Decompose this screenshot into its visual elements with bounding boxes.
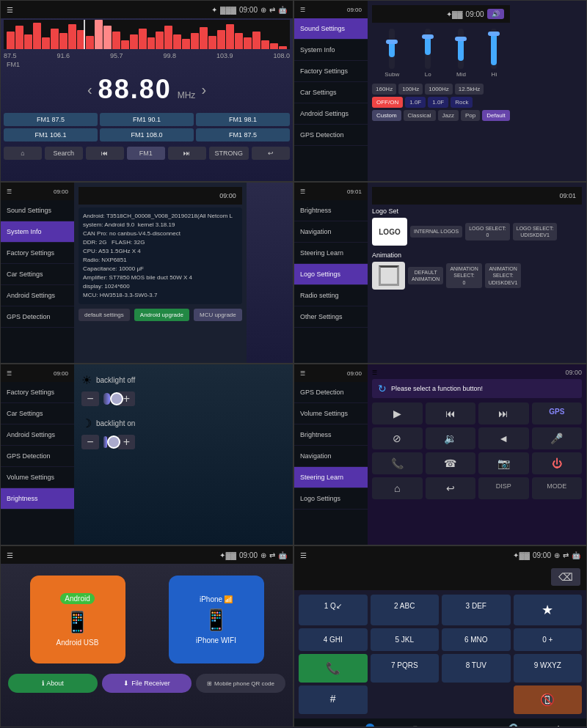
backlight-off-track[interactable]: [103, 393, 113, 405]
default-animation-btn[interactable]: DEFAULTANIMATION: [408, 267, 443, 284]
bright-sb-gps[interactable]: GPS Detection: [1, 446, 74, 467]
search-button[interactable]: Search: [45, 147, 83, 160]
sysinfo-sb-car[interactable]: Car Settings: [1, 264, 74, 285]
disp-btn[interactable]: DISP: [478, 477, 529, 499]
sidebar-factory-settings[interactable]: Factory Settings: [294, 61, 368, 82]
back-button[interactable]: ↩: [252, 147, 290, 160]
vol-down-btn[interactable]: 🔉: [426, 427, 476, 449]
vol-up-btn[interactable]: ◄: [478, 427, 529, 449]
music-icon[interactable]: ♫: [458, 723, 468, 727]
key-7[interactable]: 7 PQRS: [371, 654, 440, 683]
steer-sb-gps[interactable]: GPS Detection: [294, 382, 368, 403]
menu-icon-8[interactable]: ☰: [300, 551, 307, 559]
internal-logos-btn[interactable]: INTERNAL LOGOS: [410, 226, 462, 237]
fm1-button[interactable]: FM1: [127, 147, 165, 160]
preset-6[interactable]: FM1 87.5: [196, 128, 290, 141]
camera-btn[interactable]: 📷: [478, 452, 529, 474]
sidebar-android-settings[interactable]: Android Settings: [294, 103, 368, 125]
next-track-btn[interactable]: ⏭: [478, 402, 529, 424]
logo-select-0[interactable]: LOGO SELECT:0: [465, 223, 510, 240]
backlight-on-thumb[interactable]: [107, 435, 120, 449]
preset-default[interactable]: Default: [482, 110, 509, 121]
preset-5[interactable]: FM1 108.0: [100, 128, 194, 141]
file-receiver-btn[interactable]: ⬇ File Receiver: [102, 674, 192, 693]
prev-track-btn[interactable]: ⏮: [426, 402, 476, 424]
key-5[interactable]: 5 JKL: [371, 628, 440, 651]
sidebar-car-settings[interactable]: Car Settings: [294, 82, 368, 103]
logo-sb-logo[interactable]: Logo Settings: [294, 264, 368, 285]
logo-sb-steering[interactable]: Steering Learn: [294, 243, 368, 264]
sysinfo-sb-gps[interactable]: GPS Detection: [1, 306, 74, 328]
preset-jazz[interactable]: Jazz: [438, 110, 459, 121]
preset-custom[interactable]: Custom: [372, 110, 401, 121]
key-4[interactable]: 4 GHI: [299, 628, 368, 651]
sidebar-sound-settings[interactable]: Sound Settings: [294, 18, 368, 40]
up-icon[interactable]: ⊕: [260, 6, 266, 14]
key-6[interactable]: 6 MNO: [442, 628, 511, 651]
strong-button[interactable]: STRONG: [209, 147, 249, 160]
freq-btn-125k[interactable]: 12.5kHz: [455, 84, 484, 95]
iphone-wifi-box[interactable]: iPhone 📶 📱 iPhone WIFI: [169, 576, 264, 663]
steer-sb-brightness[interactable]: Brightness: [294, 424, 368, 446]
bright-sb-volume[interactable]: Volume Settings: [1, 467, 74, 488]
steer-sb-navigation[interactable]: Navigation: [294, 446, 368, 467]
prev-freq-button[interactable]: ‹: [87, 81, 92, 98]
mic-btn[interactable]: 🎤: [532, 427, 583, 449]
bright-sb-car[interactable]: Car Settings: [1, 403, 74, 424]
gps-btn[interactable]: GPS: [532, 402, 583, 424]
steer-sb-logo[interactable]: Logo Settings: [294, 488, 368, 510]
key-3[interactable]: 3 DEF: [442, 595, 511, 625]
freq-btn-100[interactable]: 100Hz: [398, 84, 423, 95]
settings-icon[interactable]: ⚙: [553, 723, 564, 727]
android-upgrade-btn[interactable]: Android upgrade: [134, 309, 189, 321]
phone-nav-icon[interactable]: ↻: [412, 723, 423, 727]
bright-sb-brightness[interactable]: Brightness: [1, 488, 74, 510]
power-btn[interactable]: ⏻: [532, 452, 583, 474]
logo-sb-navigation[interactable]: Navigation: [294, 221, 368, 243]
nav-icon[interactable]: ⇄: [269, 6, 275, 14]
steer-sb-volume[interactable]: Volume Settings: [294, 403, 368, 424]
eq-onoff-btn[interactable]: OFF/ON: [372, 97, 403, 108]
next-button[interactable]: ⏭: [168, 147, 206, 160]
eq-rock-btn[interactable]: Rock: [451, 97, 473, 108]
delete-btn[interactable]: ⌫: [551, 568, 580, 586]
sysinfo-sb-sound[interactable]: Sound Settings: [1, 200, 74, 221]
eq-val1[interactable]: 1.0F: [405, 97, 426, 108]
grid-nav-icon[interactable]: ⊞: [316, 723, 327, 727]
play-btn[interactable]: ▶: [372, 402, 423, 424]
home-btn[interactable]: ⌂: [372, 477, 423, 499]
sysinfo-sb-factory[interactable]: Factory Settings: [1, 243, 74, 264]
about-btn[interactable]: ℹ About: [8, 674, 98, 693]
prev-button[interactable]: ⏮: [86, 147, 124, 160]
key-star[interactable]: ★: [514, 595, 583, 625]
freq-btn-1000[interactable]: 1000Hz: [425, 84, 453, 95]
bright-sb-android[interactable]: Android Settings: [1, 424, 74, 446]
steer-sb-steering[interactable]: Steering Learn: [294, 467, 368, 488]
link-icon[interactable]: 🔗: [502, 723, 518, 727]
key-0plus[interactable]: 0 +: [514, 628, 583, 651]
sysinfo-sb-android[interactable]: Android Settings: [1, 285, 74, 306]
eq-val2[interactable]: 1.0F: [428, 97, 448, 108]
call-accept-btn[interactable]: 📞: [299, 654, 368, 683]
call-end-btn[interactable]: 📵: [514, 685, 583, 714]
sidebar-gps-detection[interactable]: GPS Detection: [294, 125, 368, 146]
backlight-off-minus[interactable]: −: [81, 391, 99, 406]
logo-sb-brightness[interactable]: Brightness: [294, 200, 368, 221]
sound-icon-btn[interactable]: 🔊: [487, 9, 504, 19]
preset-classical[interactable]: Classical: [404, 110, 436, 121]
default-settings-btn[interactable]: default settings: [79, 309, 130, 321]
freq-btn-160[interactable]: 160Hz: [372, 84, 396, 95]
hangup-btn[interactable]: ☎: [426, 452, 476, 474]
mode-btn[interactable]: MODE: [532, 477, 583, 499]
mute-btn[interactable]: ⊘: [372, 427, 423, 449]
menu-icon-7[interactable]: ☰: [7, 551, 13, 559]
call-btn[interactable]: 📞: [372, 452, 423, 474]
key-2[interactable]: 2 ABC: [371, 595, 440, 625]
sidebar-system-info[interactable]: System Info: [294, 40, 368, 61]
qr-code-btn[interactable]: ⊞ Mobile phone QR code: [196, 674, 285, 693]
logo-sb-other[interactable]: Other Settings: [294, 306, 368, 328]
anim-select-0[interactable]: ANIMATIONSELECT:0: [446, 263, 481, 287]
mcu-upgrade-btn[interactable]: MCU upgrade: [194, 309, 242, 321]
key-9[interactable]: 9 WXYZ: [514, 654, 583, 683]
backlight-on-track[interactable]: [103, 436, 113, 448]
